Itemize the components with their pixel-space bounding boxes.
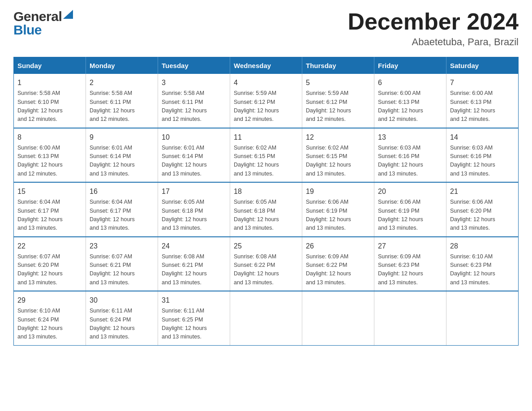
table-row (302, 291, 374, 345)
day-number: 14 (450, 132, 515, 143)
day-number: 13 (378, 132, 442, 143)
table-row: 1Sunrise: 5:58 AMSunset: 6:10 PMDaylight… (14, 74, 86, 128)
logo-general-text: General (13, 9, 62, 24)
calendar-week-row: 1Sunrise: 5:58 AMSunset: 6:10 PMDaylight… (14, 74, 519, 128)
calendar-week-row: 8Sunrise: 6:00 AMSunset: 6:13 PMDaylight… (14, 128, 519, 183)
day-number: 22 (17, 241, 82, 252)
col-saturday: Saturday (446, 57, 519, 74)
day-number: 24 (162, 241, 226, 252)
day-number: 17 (162, 186, 226, 197)
table-row: 30Sunrise: 6:11 AMSunset: 6:24 PMDayligh… (86, 291, 158, 345)
table-row: 17Sunrise: 6:05 AMSunset: 6:18 PMDayligh… (158, 182, 230, 237)
day-info: Sunrise: 6:07 AMSunset: 6:21 PMDaylight:… (90, 253, 154, 287)
table-row: 5Sunrise: 5:59 AMSunset: 6:12 PMDaylight… (302, 74, 374, 128)
col-friday: Friday (374, 57, 446, 74)
calendar-table: Sunday Monday Tuesday Wednesday Thursday… (13, 57, 519, 346)
col-tuesday: Tuesday (158, 57, 230, 74)
table-row: 13Sunrise: 6:03 AMSunset: 6:16 PMDayligh… (374, 128, 446, 183)
table-row: 8Sunrise: 6:00 AMSunset: 6:13 PMDaylight… (14, 128, 86, 183)
day-info: Sunrise: 5:59 AMSunset: 6:12 PMDaylight:… (306, 89, 370, 124)
day-info: Sunrise: 6:08 AMSunset: 6:22 PMDaylight:… (234, 253, 298, 287)
day-info: Sunrise: 6:01 AMSunset: 6:14 PMDaylight:… (162, 144, 226, 179)
day-info: Sunrise: 6:08 AMSunset: 6:21 PMDaylight:… (162, 253, 226, 287)
day-info: Sunrise: 5:59 AMSunset: 6:12 PMDaylight:… (234, 89, 298, 124)
table-row (374, 291, 446, 345)
day-info: Sunrise: 6:09 AMSunset: 6:22 PMDaylight:… (306, 253, 370, 287)
day-number: 20 (378, 186, 442, 197)
day-number: 15 (17, 186, 82, 197)
day-info: Sunrise: 6:04 AMSunset: 6:17 PMDaylight:… (90, 198, 154, 233)
day-info: Sunrise: 6:05 AMSunset: 6:18 PMDaylight:… (162, 198, 226, 233)
calendar-week-row: 22Sunrise: 6:07 AMSunset: 6:20 PMDayligh… (14, 237, 519, 291)
day-info: Sunrise: 6:10 AMSunset: 6:23 PMDaylight:… (450, 253, 515, 287)
day-number: 25 (234, 241, 298, 252)
day-number: 18 (234, 186, 298, 197)
day-number: 19 (306, 186, 370, 197)
day-number: 16 (90, 186, 154, 197)
day-number: 12 (306, 132, 370, 143)
day-number: 3 (162, 77, 226, 88)
calendar-week-row: 29Sunrise: 6:10 AMSunset: 6:24 PMDayligh… (14, 291, 519, 345)
day-info: Sunrise: 6:00 AMSunset: 6:13 PMDaylight:… (17, 144, 82, 179)
day-info: Sunrise: 5:58 AMSunset: 6:11 PMDaylight:… (90, 89, 154, 124)
table-row: 10Sunrise: 6:01 AMSunset: 6:14 PMDayligh… (158, 128, 230, 183)
day-number: 21 (450, 186, 515, 197)
svg-marker-0 (63, 10, 73, 19)
day-info: Sunrise: 6:06 AMSunset: 6:19 PMDaylight:… (306, 198, 370, 233)
day-info: Sunrise: 6:05 AMSunset: 6:18 PMDaylight:… (234, 198, 298, 233)
day-info: Sunrise: 6:03 AMSunset: 6:16 PMDaylight:… (378, 144, 442, 179)
day-number: 7 (450, 77, 515, 88)
calendar-header-row: Sunday Monday Tuesday Wednesday Thursday… (14, 57, 519, 74)
day-info: Sunrise: 6:03 AMSunset: 6:16 PMDaylight:… (450, 144, 515, 179)
table-row: 21Sunrise: 6:06 AMSunset: 6:20 PMDayligh… (446, 182, 519, 237)
day-number: 10 (162, 132, 226, 143)
table-row: 28Sunrise: 6:10 AMSunset: 6:23 PMDayligh… (446, 237, 519, 291)
day-number: 28 (450, 241, 515, 252)
day-number: 5 (306, 77, 370, 88)
day-number: 4 (234, 77, 298, 88)
table-row: 3Sunrise: 5:58 AMSunset: 6:11 PMDaylight… (158, 74, 230, 128)
subtitle: Abaetetuba, Para, Brazil (348, 36, 519, 48)
col-sunday: Sunday (14, 57, 86, 74)
logo: General Blue (13, 9, 73, 38)
day-number: 30 (90, 295, 154, 306)
day-info: Sunrise: 6:09 AMSunset: 6:23 PMDaylight:… (378, 253, 442, 287)
logo-triangle-icon (63, 10, 73, 19)
table-row: 6Sunrise: 6:00 AMSunset: 6:13 PMDaylight… (374, 74, 446, 128)
table-row: 24Sunrise: 6:08 AMSunset: 6:21 PMDayligh… (158, 237, 230, 291)
table-row: 29Sunrise: 6:10 AMSunset: 6:24 PMDayligh… (14, 291, 86, 345)
table-row: 19Sunrise: 6:06 AMSunset: 6:19 PMDayligh… (302, 182, 374, 237)
day-info: Sunrise: 6:02 AMSunset: 6:15 PMDaylight:… (234, 144, 298, 179)
day-info: Sunrise: 6:00 AMSunset: 6:13 PMDaylight:… (450, 89, 515, 124)
day-number: 23 (90, 241, 154, 252)
day-number: 6 (378, 77, 442, 88)
day-number: 29 (17, 295, 82, 306)
day-info: Sunrise: 6:11 AMSunset: 6:25 PMDaylight:… (162, 307, 226, 342)
day-info: Sunrise: 5:58 AMSunset: 6:10 PMDaylight:… (17, 89, 82, 124)
col-thursday: Thursday (302, 57, 374, 74)
calendar-week-row: 15Sunrise: 6:04 AMSunset: 6:17 PMDayligh… (14, 182, 519, 237)
table-row: 16Sunrise: 6:04 AMSunset: 6:17 PMDayligh… (86, 182, 158, 237)
table-row: 4Sunrise: 5:59 AMSunset: 6:12 PMDaylight… (230, 74, 302, 128)
table-row (230, 291, 302, 345)
day-info: Sunrise: 6:01 AMSunset: 6:14 PMDaylight:… (90, 144, 154, 179)
day-number: 8 (17, 132, 82, 143)
table-row: 14Sunrise: 6:03 AMSunset: 6:16 PMDayligh… (446, 128, 519, 183)
table-row: 2Sunrise: 5:58 AMSunset: 6:11 PMDaylight… (86, 74, 158, 128)
day-info: Sunrise: 6:07 AMSunset: 6:20 PMDaylight:… (17, 253, 82, 287)
table-row: 7Sunrise: 6:00 AMSunset: 6:13 PMDaylight… (446, 74, 519, 128)
page-header: General Blue December 2024 Abaetetuba, P… (13, 9, 519, 48)
table-row: 26Sunrise: 6:09 AMSunset: 6:22 PMDayligh… (302, 237, 374, 291)
table-row: 9Sunrise: 6:01 AMSunset: 6:14 PMDaylight… (86, 128, 158, 183)
table-row: 18Sunrise: 6:05 AMSunset: 6:18 PMDayligh… (230, 182, 302, 237)
day-info: Sunrise: 6:10 AMSunset: 6:24 PMDaylight:… (17, 307, 82, 342)
day-info: Sunrise: 6:11 AMSunset: 6:24 PMDaylight:… (90, 307, 154, 342)
table-row: 22Sunrise: 6:07 AMSunset: 6:20 PMDayligh… (14, 237, 86, 291)
day-number: 1 (17, 77, 82, 88)
main-title: December 2024 (348, 9, 519, 34)
table-row: 27Sunrise: 6:09 AMSunset: 6:23 PMDayligh… (374, 237, 446, 291)
day-number: 9 (90, 132, 154, 143)
table-row: 11Sunrise: 6:02 AMSunset: 6:15 PMDayligh… (230, 128, 302, 183)
table-row: 25Sunrise: 6:08 AMSunset: 6:22 PMDayligh… (230, 237, 302, 291)
title-block: December 2024 Abaetetuba, Para, Brazil (348, 9, 519, 48)
